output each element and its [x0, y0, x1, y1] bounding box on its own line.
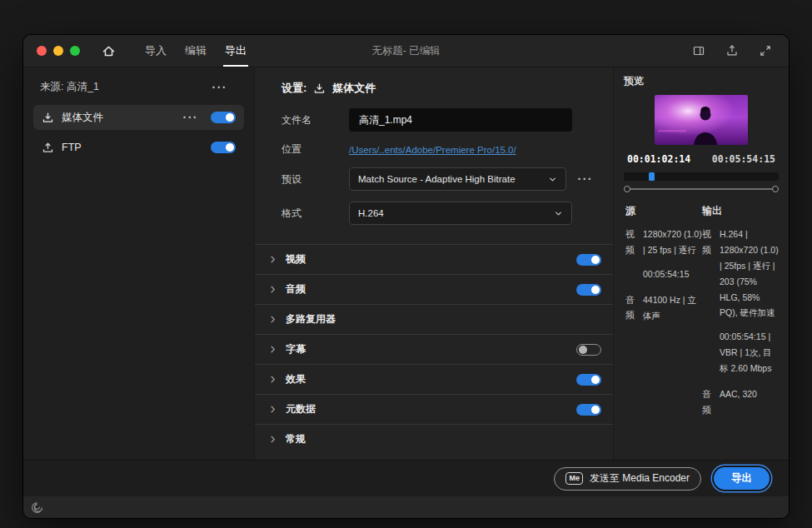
source-video-specs: 1280x720 (1.0) | 25 fps | 逐行 — [643, 227, 702, 258]
ftp-toggle[interactable] — [211, 142, 236, 153]
audio-toggle[interactable] — [576, 284, 601, 296]
section-general[interactable]: 常规 — [255, 424, 613, 454]
settings-header: 设置: 媒体文件 — [255, 67, 613, 108]
media-file-more-icon[interactable]: ··· — [183, 113, 199, 122]
sync-swirl-icon[interactable] — [31, 501, 43, 514]
download-icon — [313, 82, 326, 95]
output-video-specs: H.264 | 1280x720 (1.0) | 25fps | 逐行 | 20… — [720, 227, 779, 321]
format-label: 格式 — [281, 207, 349, 221]
minimize-button[interactable] — [53, 46, 63, 56]
filename-label: 文件名 — [281, 113, 349, 127]
chevron-right-icon — [268, 375, 277, 384]
section-label: 元数据 — [286, 402, 568, 416]
send-button-label: 发送至 Media Encoder — [590, 471, 690, 486]
output-audio-label: 音频 — [702, 386, 714, 417]
section-audio[interactable]: 音频 — [255, 274, 613, 304]
sidebar-item-label: 媒体文件 — [62, 111, 176, 125]
source-row: 来源: 高清_1 ··· — [33, 76, 244, 105]
mode-tabs: 导入 编辑 导出 — [136, 35, 256, 67]
video-toggle[interactable] — [576, 254, 601, 266]
output-video-label: 视频 — [702, 227, 714, 376]
range-track — [626, 188, 776, 190]
media-file-toggle[interactable] — [211, 112, 236, 123]
section-effects[interactable]: 效果 — [255, 364, 613, 394]
titlebar: 导入 编辑 导出 无标题- 已编辑 — [23, 35, 789, 67]
download-icon — [42, 112, 54, 124]
media-encoder-icon: Me — [565, 472, 583, 486]
output-video-entry: 视频 H.264 | 1280x720 (1.0) | 25fps | 逐行 |… — [702, 227, 779, 376]
fullscreen-icon[interactable] — [759, 44, 772, 57]
source-audio-label: 音频 — [625, 292, 637, 324]
source-audio-entry: 音频 44100 Hz | 立体声 — [625, 292, 702, 324]
source-audio-specs: 44100 Hz | 立体声 — [643, 292, 702, 324]
preset-label: 预设 — [281, 172, 349, 187]
range-in-handle[interactable] — [624, 186, 630, 192]
location-link[interactable]: /Users/..ents/Adobe/Premiere Pro/15.0/ — [349, 145, 516, 155]
section-metadata[interactable]: 元数据 — [255, 394, 613, 424]
format-value: H.264 — [358, 208, 384, 218]
location-row: 位置 /Users/..ents/Adobe/Premiere Pro/15.0… — [281, 142, 593, 157]
current-timecode: 00:01:02:14 — [627, 153, 690, 165]
section-captions[interactable]: 字幕 — [255, 334, 613, 364]
chevron-down-icon — [554, 209, 563, 218]
source-more-icon[interactable]: ··· — [212, 83, 228, 92]
source-label: 来源: 高清_1 — [40, 80, 99, 94]
send-to-media-encoder-button[interactable]: Me 发送至 Media Encoder — [554, 467, 701, 491]
settings-target: 媒体文件 — [332, 81, 376, 96]
home-icon[interactable] — [102, 44, 116, 58]
zoom-button[interactable] — [70, 46, 80, 56]
preview-scrubber[interactable] — [624, 172, 779, 181]
total-timecode: 00:05:54:15 — [712, 153, 775, 165]
section-label: 多路复用器 — [286, 312, 568, 326]
output-summary: 输出 视频 H.264 | 1280x720 (1.0) | 25fps | 逐… — [702, 204, 779, 427]
metadata-toggle[interactable] — [576, 404, 601, 416]
filename-input[interactable] — [349, 108, 572, 132]
range-slider[interactable] — [624, 185, 779, 193]
section-label: 视频 — [286, 252, 568, 266]
export-button[interactable]: 导出 — [714, 467, 770, 490]
chevron-down-icon — [548, 175, 557, 184]
source-header: 源 — [625, 204, 702, 218]
bottom-strip — [23, 496, 789, 518]
sidebar-item-label: FTP — [62, 142, 203, 153]
preset-row: 预设 Match Source - Adaptive High Bitrate … — [281, 167, 593, 191]
location-label: 位置 — [281, 142, 349, 157]
source-duration: 00:05:54:15 — [643, 266, 702, 282]
close-button[interactable] — [37, 46, 47, 56]
output-bitrate-specs: 00:05:54:15 | VBR | 1次, 目标 2.60 Mbps — [720, 329, 779, 376]
section-label: 常规 — [286, 432, 568, 446]
preset-more-icon[interactable]: ··· — [578, 175, 594, 183]
settings-title: 设置: — [281, 81, 306, 96]
chevron-right-icon — [268, 345, 277, 354]
chevron-right-icon — [268, 255, 277, 264]
sidebar-item-media-file[interactable]: 媒体文件 ··· — [33, 105, 244, 130]
effects-toggle[interactable] — [576, 374, 601, 386]
range-out-handle[interactable] — [772, 186, 779, 192]
titlebar-actions — [692, 44, 772, 57]
settings-fields: 文件名 位置 /Users/..ents/Adobe/Premiere Pro/… — [255, 108, 613, 236]
settings-panel: 设置: 媒体文件 文件名 位置 /Users/..ents/Adobe/Prem… — [254, 67, 614, 460]
document-title: 无标题- 已编辑 — [371, 44, 441, 58]
section-multiplexer[interactable]: 多路复用器 — [255, 304, 613, 334]
video-preview-thumbnail — [655, 95, 748, 145]
output-audio-entry: 音频 AAC, 320 — [702, 386, 779, 417]
preset-value: Match Source - Adaptive High Bitrate — [358, 174, 516, 184]
sidebar-item-ftp[interactable]: FTP — [33, 135, 244, 160]
chevron-right-icon — [268, 435, 277, 444]
section-label: 音频 — [286, 282, 568, 296]
tab-export[interactable]: 导出 — [216, 35, 256, 67]
upload-icon — [42, 142, 54, 154]
tab-import[interactable]: 导入 — [136, 35, 176, 67]
workspace-panel-icon[interactable] — [692, 44, 705, 57]
preset-dropdown[interactable]: Match Source - Adaptive High Bitrate — [349, 167, 566, 191]
preview-panel: 预览 — [614, 67, 789, 460]
output-audio-specs: AAC, 320 — [720, 386, 779, 402]
format-dropdown[interactable]: H.264 — [349, 202, 572, 225]
timecode-row: 00:01:02:14 00:05:54:15 — [624, 153, 779, 165]
quick-export-icon[interactable] — [725, 44, 739, 57]
settings-sections: 视频 音频 多路复用器 字幕 — [255, 244, 613, 454]
tab-edit[interactable]: 编辑 — [176, 35, 216, 67]
captions-toggle[interactable] — [576, 344, 601, 356]
section-video[interactable]: 视频 — [255, 244, 613, 274]
playhead-handle[interactable] — [649, 172, 655, 181]
